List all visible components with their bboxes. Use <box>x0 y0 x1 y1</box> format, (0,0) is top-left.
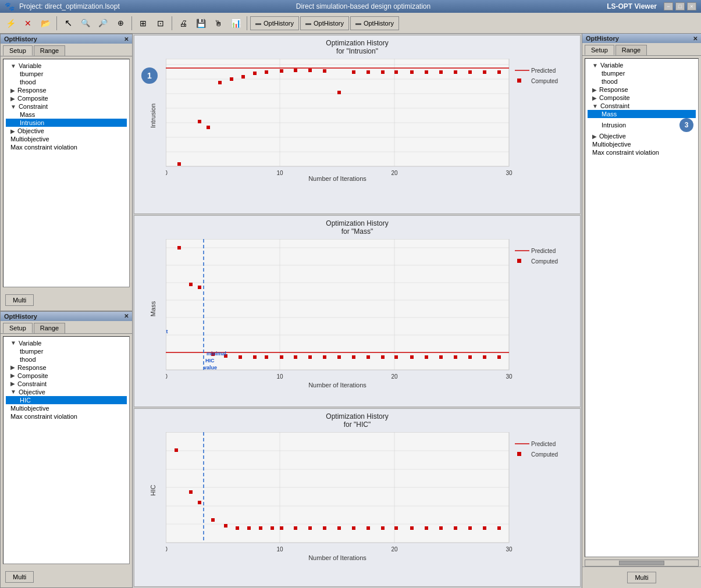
close-button[interactable]: × <box>687 2 696 10</box>
tree-item-tbumper-2[interactable]: tbumper <box>6 347 127 355</box>
expand-variable-1[interactable]: ▼ <box>10 63 16 69</box>
multi-btn-1[interactable]: Multi <box>5 294 34 306</box>
right-panel-close[interactable]: ✕ <box>693 35 698 42</box>
panel-1-tab-range[interactable]: Range <box>34 45 65 56</box>
sep3 <box>172 16 172 30</box>
tree-item-composite-2[interactable]: ▶ Composite <box>6 372 127 380</box>
tree-item-variable-1[interactable]: ▼ Variable <box>6 62 127 70</box>
right-panel-tab-setup[interactable]: Setup <box>585 45 614 55</box>
toolbar-save[interactable]: 💾 <box>193 15 209 31</box>
expand-variable-2[interactable]: ▼ <box>10 340 16 346</box>
svg-text:Predicted: Predicted <box>531 441 556 447</box>
expand-objective-r[interactable]: ▶ <box>592 133 597 140</box>
svg-text:minimal: minimal <box>207 351 226 357</box>
tree-item-thood-1[interactable]: thood <box>6 78 127 86</box>
svg-rect-37 <box>323 69 326 73</box>
tree-item-tbumper-1[interactable]: tbumper <box>6 70 127 78</box>
panel-1-close[interactable]: ✕ <box>124 36 129 42</box>
tree-item-objective-r[interactable]: ▶ Objective <box>588 132 696 140</box>
tree-item-constraint-1[interactable]: ▼ Constraint <box>6 102 127 111</box>
opt-history-btn-2[interactable]: OptHistory <box>300 16 349 30</box>
multi-btn-2[interactable]: Multi <box>5 571 34 583</box>
svg-rect-158 <box>394 526 398 530</box>
tree-item-constraint-r[interactable]: ▼ Constraint <box>588 102 696 110</box>
tree-item-thood-2[interactable]: thood <box>6 355 127 364</box>
right-panel-scrollbar[interactable] <box>585 560 699 566</box>
right-panel-footer: Multi <box>582 566 701 588</box>
minimize-button[interactable]: − <box>664 2 673 10</box>
toolbar-print[interactable]: 🖨 <box>175 15 191 31</box>
svg-rect-105 <box>497 355 501 359</box>
restore-button[interactable]: □ <box>675 2 685 10</box>
toolbar-open[interactable]: 📂 <box>37 15 54 31</box>
tree-item-hic-2[interactable]: HIC <box>6 396 127 404</box>
svg-text:10: 10 <box>276 373 283 380</box>
tree-item-response-r[interactable]: ▶ Response <box>588 85 696 94</box>
opt-history-btn-3[interactable]: OptHistory <box>350 16 399 30</box>
tree-item-composite-r[interactable]: ▶ Composite <box>588 94 696 102</box>
tree-item-response-2[interactable]: ▶ Response <box>6 364 127 372</box>
expand-constraint-1[interactable]: ▼ <box>10 104 16 110</box>
tree-item-mass-r[interactable]: Mass <box>588 110 696 118</box>
expand-composite-r[interactable]: ▶ <box>592 95 597 101</box>
expand-objective-2[interactable]: ▼ <box>10 389 16 395</box>
tree-item-intrusion-r[interactable]: Intrusion <box>588 121 679 129</box>
expand-response-2[interactable]: ▶ <box>10 364 15 370</box>
svg-rect-99 <box>410 355 414 359</box>
panel-2-close[interactable]: ✕ <box>124 313 129 319</box>
panel-1-tab-setup[interactable]: Setup <box>3 45 33 56</box>
svg-rect-141 <box>175 448 178 452</box>
expand-objective-1[interactable]: ▶ <box>10 128 15 134</box>
tree-item-multiobjective-r[interactable]: Multiobjective <box>588 140 696 148</box>
tree-item-multiobjective-1[interactable]: Multiobjective <box>6 135 127 143</box>
svg-text:0: 0 <box>166 373 168 380</box>
tree-item-variable-2[interactable]: ▼ Variable <box>6 339 127 347</box>
tree-item-maxconstraint-r[interactable]: Max constraint violation <box>588 148 696 156</box>
svg-text:30: 30 <box>506 170 513 176</box>
toolbar-grid[interactable]: ⊞ <box>135 15 151 31</box>
expand-variable-r[interactable]: ▼ <box>592 62 598 69</box>
tree-item-mass-1[interactable]: Mass <box>6 111 127 119</box>
expand-response-1[interactable]: ▶ <box>10 87 15 94</box>
right-panel-tab-range[interactable]: Range <box>615 45 647 55</box>
opt-history-btn-1[interactable]: OptHistory <box>250 16 299 30</box>
tree-item-thood-r[interactable]: thood <box>588 77 696 85</box>
panel-2-tree: ▼ Variable tbumper thood ▶ Response <box>3 336 130 565</box>
chart-intrusion-area: Intrusion <box>140 59 574 187</box>
expand-response-r[interactable]: ▶ <box>592 87 597 93</box>
panel-2-tab-setup[interactable]: Setup <box>3 323 33 333</box>
multi-btn-r[interactable]: Multi <box>627 572 656 583</box>
tree-item-intrusion-1[interactable]: Intrusion <box>6 119 127 127</box>
toolbar-zoom-out[interactable]: 🔍 <box>77 15 94 31</box>
toolbar-close[interactable]: ✕ <box>20 15 36 31</box>
toolbar-zoom-in[interactable]: 🔎 <box>95 15 111 31</box>
tree-item-composite-1[interactable]: ▶ Composite <box>6 94 127 102</box>
tree-item-maxconstraint-2[interactable]: Max constraint violation <box>6 412 127 420</box>
expand-constraint-r[interactable]: ▼ <box>592 103 598 109</box>
tree-label-multiobjective-2: Multiobjective <box>10 405 49 412</box>
right-panel-scrollbar-thumb[interactable] <box>619 561 664 565</box>
svg-rect-95 <box>352 355 355 359</box>
toolbar-new[interactable]: ⚡ <box>2 15 19 31</box>
toolbar-grid2[interactable]: ⊡ <box>152 15 169 31</box>
svg-rect-40 <box>366 70 370 74</box>
panel-2-tab-range[interactable]: Range <box>34 323 65 333</box>
toolbar-cursor[interactable]: ↖ <box>60 15 76 31</box>
svg-rect-33 <box>265 70 268 74</box>
tree-label-thood-2: thood <box>20 356 36 363</box>
tree-item-tbumper-r[interactable]: tbumper <box>588 69 696 77</box>
tree-item-maxconstraint-1[interactable]: Max constraint violation <box>6 143 127 151</box>
tree-item-constraint-2[interactable]: ▶ Constraint <box>6 380 127 388</box>
tree-item-response-1[interactable]: ▶ Response <box>6 86 127 94</box>
toolbar-mouse[interactable]: 🖱 <box>210 15 226 31</box>
svg-rect-41 <box>381 70 385 74</box>
toolbar-chart[interactable]: 📊 <box>227 15 244 31</box>
expand-composite-1[interactable]: ▶ <box>10 95 15 102</box>
expand-constraint-2[interactable]: ▶ <box>10 380 15 387</box>
tree-item-variable-r[interactable]: ▼ Variable <box>588 61 696 69</box>
tree-item-multiobjective-2[interactable]: Multiobjective <box>6 404 127 412</box>
tree-item-objective-1[interactable]: ▶ Objective <box>6 127 127 135</box>
tree-item-objective-2[interactable]: ▼ Objective <box>6 388 127 396</box>
toolbar-zoom-fit[interactable]: ⊕ <box>112 15 129 31</box>
expand-composite-2[interactable]: ▶ <box>10 372 15 379</box>
